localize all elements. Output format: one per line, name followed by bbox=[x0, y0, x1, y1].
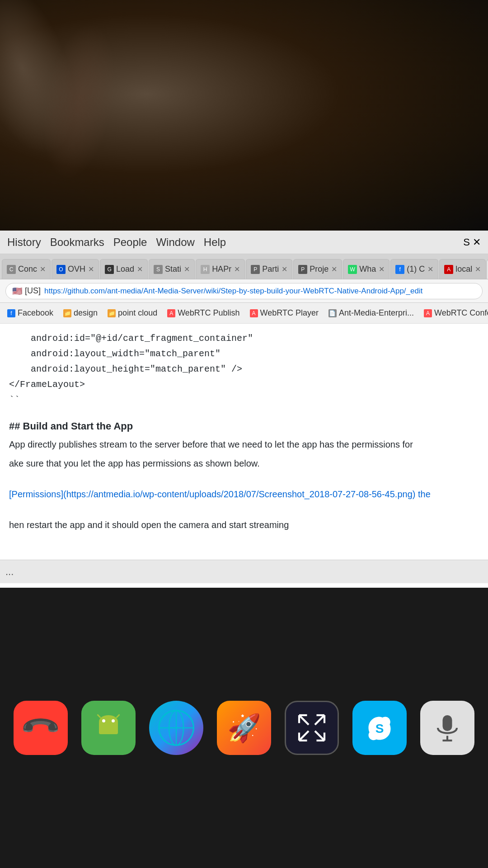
tab-fb[interactable]: f (1) C ✕ bbox=[390, 259, 438, 279]
svg-text:S: S bbox=[375, 722, 384, 736]
bookmark-facebook[interactable]: f Facebook bbox=[4, 307, 57, 320]
svg-rect-23 bbox=[443, 715, 452, 731]
tab-favicon-load: G bbox=[105, 265, 114, 274]
stream-watermark: stream652 bbox=[167, 524, 321, 561]
tab-ovh[interactable]: O OVH ✕ bbox=[52, 259, 99, 279]
section-heading: ## Build and Start the App bbox=[9, 420, 479, 432]
paragraph-1: App directly publishes stream to the ser… bbox=[9, 437, 479, 452]
paragraph-2: ake sure that you let the app has permis… bbox=[9, 456, 479, 471]
tab-load[interactable]: G Load ✕ bbox=[100, 259, 148, 279]
antmedia2-favicon-icon: A bbox=[250, 309, 258, 317]
rocket-icon: 🚀 bbox=[227, 712, 261, 744]
svg-line-13 bbox=[315, 731, 324, 741]
pointcloud-folder-icon: 📁 bbox=[108, 309, 116, 317]
menu-help[interactable]: Help bbox=[204, 236, 226, 249]
code-line-2: android:layout_width="match_parent" bbox=[9, 346, 479, 362]
dock-microphone-icon[interactable] bbox=[420, 701, 474, 755]
tab-close-local[interactable]: ✕ bbox=[475, 265, 481, 274]
tab-local[interactable]: A local ✕ bbox=[439, 259, 486, 279]
svg-line-4 bbox=[98, 715, 101, 718]
url-input[interactable]: 🇺🇸 [US] https://github.com/ant-media/Ant… bbox=[5, 283, 483, 299]
tab-favicon-stati: S bbox=[154, 265, 163, 274]
tab-close-parti[interactable]: ✕ bbox=[282, 265, 287, 274]
dock-skype-icon[interactable]: S bbox=[352, 701, 407, 755]
tab-bar: C Conc ✕ O OVH ✕ G Load ✕ S Stati ✕ H HA… bbox=[0, 254, 488, 279]
antmedia-favicon-icon: A bbox=[167, 309, 175, 317]
bookmark-webrtc-player[interactable]: A WebRTC Player bbox=[246, 307, 322, 320]
tab-close-conc[interactable]: ✕ bbox=[40, 265, 46, 274]
bottom-bar: ... bbox=[0, 560, 488, 583]
tab-stati[interactable]: S Stati ✕ bbox=[149, 259, 195, 279]
facebook-favicon-icon: f bbox=[7, 309, 15, 317]
bookmark-ant-enterprise[interactable]: 📄 Ant-Media-Enterpri... bbox=[325, 307, 418, 320]
url-text: https://github.com/ant-media/Ant-Media-S… bbox=[44, 287, 422, 296]
tab-close-stati[interactable]: ✕ bbox=[184, 265, 190, 274]
menu-history[interactable]: History bbox=[7, 236, 41, 249]
code-line-1: android:id="@+id/cart_fragment_container… bbox=[9, 331, 479, 346]
address-bar: 🇺🇸 [US] https://github.com/ant-media/Ant… bbox=[0, 279, 488, 303]
tab-favicon-conc: C bbox=[7, 265, 16, 274]
tab-close-proje[interactable]: ✕ bbox=[331, 265, 337, 274]
tab-favicon-hapr: H bbox=[201, 265, 210, 274]
tab-close-fb[interactable]: ✕ bbox=[427, 265, 433, 274]
android-icon bbox=[93, 712, 124, 744]
dock-expand-icon[interactable] bbox=[285, 701, 339, 755]
code-line-3: android:layout_height="match_parent" /> bbox=[9, 362, 479, 377]
locale-label: [US] bbox=[25, 286, 41, 296]
tab-close-ovh[interactable]: ✕ bbox=[88, 265, 94, 274]
menu-bar: History Bookmarks People Window Help S ✕ bbox=[0, 231, 488, 254]
tab-favicon-proje: P bbox=[298, 265, 307, 274]
tab-close-hapr[interactable]: ✕ bbox=[234, 265, 240, 274]
locale-flag: 🇺🇸 bbox=[12, 286, 22, 296]
tab-favicon-ovh: O bbox=[56, 265, 66, 274]
bookmark-pointcloud[interactable]: 📁 point cloud bbox=[104, 307, 161, 320]
tab-close-load[interactable]: ✕ bbox=[137, 265, 143, 274]
dock-browser-icon[interactable] bbox=[149, 701, 203, 755]
bookmark-webrtc-conference[interactable]: A WebRTC Conference bbox=[420, 307, 488, 320]
svg-line-19 bbox=[299, 731, 309, 741]
dock-android-studio-icon[interactable] bbox=[81, 701, 136, 755]
svg-line-10 bbox=[299, 715, 309, 725]
tab-hapr[interactable]: H HAPr ✕ bbox=[196, 259, 245, 279]
tab-wha[interactable]: W Wha ✕ bbox=[343, 259, 389, 279]
tab-favicon-wha: W bbox=[348, 265, 357, 274]
tab-favicon-local: A bbox=[444, 265, 453, 274]
menu-window[interactable]: Window bbox=[156, 236, 194, 249]
tab-close-wha[interactable]: ✕ bbox=[379, 265, 385, 274]
menu-people[interactable]: People bbox=[113, 236, 147, 249]
browser-circle-icon bbox=[158, 710, 194, 746]
expand-arrows-icon bbox=[296, 712, 328, 744]
ant-enterprise-favicon-icon: 📄 bbox=[328, 309, 337, 317]
antmedia3-favicon-icon: A bbox=[424, 309, 432, 317]
paragraph-link[interactable]: [Permissions](https://antmedia.io/wp-con… bbox=[9, 486, 479, 502]
design-folder-icon: 📁 bbox=[63, 309, 71, 317]
svg-point-3 bbox=[112, 719, 115, 722]
dock-phone-icon[interactable]: 📞 bbox=[14, 701, 68, 755]
browser-controls-right: S ✕ bbox=[463, 236, 481, 248]
permissions-link[interactable]: [Permissions](https://antmedia.io/wp-con… bbox=[9, 489, 431, 499]
phone-hangup-icon: 📞 bbox=[19, 706, 62, 750]
code-line-5: `` bbox=[9, 392, 479, 408]
svg-point-2 bbox=[102, 719, 105, 722]
menu-bookmarks[interactable]: Bookmarks bbox=[50, 236, 104, 249]
bookmark-design[interactable]: 📁 design bbox=[60, 307, 101, 320]
dock: 📞 🚀 bbox=[0, 588, 488, 868]
desktop-wallpaper bbox=[0, 0, 488, 235]
dock-rocket-launcher-icon[interactable]: 🚀 bbox=[217, 701, 271, 755]
svg-line-5 bbox=[117, 715, 120, 718]
tab-conc[interactable]: C Conc ✕ bbox=[2, 259, 51, 279]
skype-logo-icon: S bbox=[364, 712, 395, 744]
tab-favicon-parti: P bbox=[251, 265, 260, 274]
bookmarks-bar: f Facebook 📁 design 📁 point cloud A WebR… bbox=[0, 303, 488, 324]
code-line-4: </FrameLayout> bbox=[9, 377, 479, 392]
bookmark-webrtc-publish[interactable]: A WebRTC Publish bbox=[164, 307, 243, 320]
svg-rect-1 bbox=[99, 722, 118, 734]
microphone-icon bbox=[432, 712, 463, 744]
tab-favicon-fb: f bbox=[395, 265, 404, 274]
svg-line-16 bbox=[315, 715, 324, 725]
more-button[interactable]: ... bbox=[5, 566, 14, 578]
tab-proje[interactable]: P Proje ✕ bbox=[293, 259, 342, 279]
tab-parti[interactable]: P Parti ✕ bbox=[246, 259, 292, 279]
